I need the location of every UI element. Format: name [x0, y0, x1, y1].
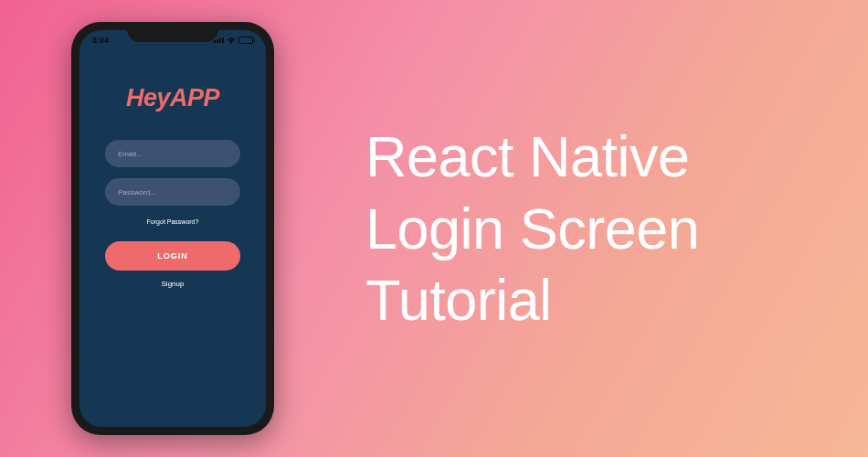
email-placeholder: Email...: [118, 150, 143, 158]
signal-icon: [214, 37, 224, 43]
phone-screen: 8:04: [79, 30, 266, 427]
login-button[interactable]: LOGIN: [105, 241, 240, 271]
phone-frame: 8:04: [71, 22, 274, 435]
battery-icon: [238, 37, 253, 44]
email-input[interactable]: Email...: [105, 140, 240, 167]
phone-notch: [127, 22, 218, 42]
status-time: 8:04: [92, 36, 109, 45]
title-line-3: Tutorial: [365, 264, 699, 336]
forgot-password-link[interactable]: Forgot Password?: [147, 218, 199, 225]
password-placeholder: Password...: [118, 188, 156, 197]
app-logo: HeyAPP: [126, 84, 219, 112]
phone-mockup: 8:04: [71, 22, 274, 435]
title-line-1: React Native: [365, 121, 699, 193]
title-line-2: Login Screen: [365, 193, 699, 265]
login-button-label: LOGIN: [157, 251, 188, 260]
status-indicators: [214, 37, 253, 44]
login-form: HeyAPP Email... Password... Forgot Passw…: [79, 48, 266, 288]
wifi-icon: [227, 37, 236, 44]
password-input[interactable]: Password...: [105, 178, 240, 206]
signup-link[interactable]: Signup: [162, 280, 185, 288]
tutorial-title: React Native Login Screen Tutorial: [365, 121, 699, 336]
